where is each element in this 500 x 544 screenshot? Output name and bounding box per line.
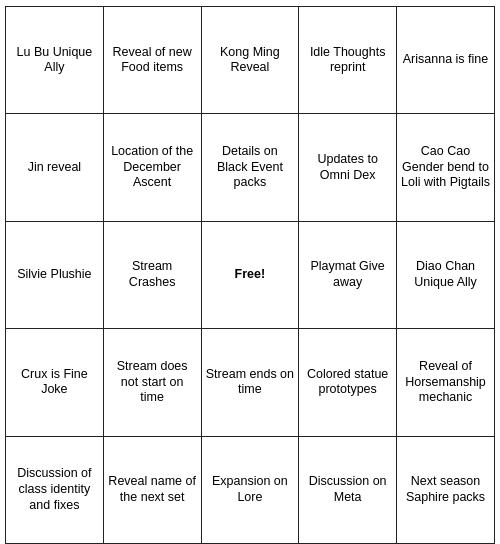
cell-r3-c0: Crux is Fine Joke — [6, 329, 104, 436]
cell-r1-c3: Updates to Omni Dex — [299, 114, 397, 221]
cell-r0-c4: Arisanna is fine — [397, 7, 495, 114]
cell-r2-c1: Stream Crashes — [103, 221, 201, 328]
cell-r4-c2: Expansion on Lore — [201, 436, 299, 543]
cell-r3-c2: Stream ends on time — [201, 329, 299, 436]
cell-r1-c1: Location of the December Ascent — [103, 114, 201, 221]
cell-r2-c4: Diao Chan Unique Ally — [397, 221, 495, 328]
bingo-grid: Lu Bu Unique AllyReveal of new Food item… — [5, 6, 495, 544]
cell-r2-c0: Silvie Plushie — [6, 221, 104, 328]
cell-r3-c3: Colored statue prototypes — [299, 329, 397, 436]
cell-r0-c1: Reveal of new Food items — [103, 7, 201, 114]
cell-r4-c0: Discussion of class identity and fixes — [6, 436, 104, 543]
cell-r1-c0: Jin reveal — [6, 114, 104, 221]
cell-r1-c2: Details on Black Event packs — [201, 114, 299, 221]
cell-r0-c2: Kong Ming Reveal — [201, 7, 299, 114]
cell-r4-c3: Discussion on Meta — [299, 436, 397, 543]
cell-r1-c4: Cao Cao Gender bend to Loli with Pigtail… — [397, 114, 495, 221]
cell-r0-c3: Idle Thoughts reprint — [299, 7, 397, 114]
cell-r2-c3: Playmat Give away — [299, 221, 397, 328]
cell-r0-c0: Lu Bu Unique Ally — [6, 7, 104, 114]
cell-r2-c2: Free! — [201, 221, 299, 328]
cell-r3-c4: Reveal of Horsemanship mechanic — [397, 329, 495, 436]
cell-r4-c1: Reveal name of the next set — [103, 436, 201, 543]
cell-r3-c1: Stream does not start on time — [103, 329, 201, 436]
cell-r4-c4: Next season Saphire packs — [397, 436, 495, 543]
